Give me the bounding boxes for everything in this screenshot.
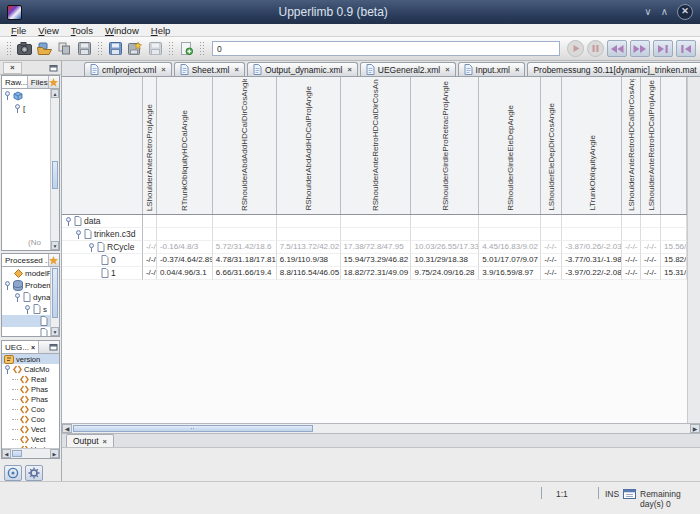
menu-item-view[interactable]: View [32,25,64,36]
table-cell[interactable]: -/-/- [143,267,157,280]
column-header[interactable] [661,77,687,214]
close-icon[interactable]: × [347,65,351,74]
expand-handle-icon[interactable] [88,243,95,252]
tree-node[interactable]: dyna [2,291,50,303]
table-cell[interactable] [562,215,622,228]
tree-node[interactable]: Phas [2,384,59,394]
frame-number-input[interactable] [212,41,560,56]
tree-cell[interactable]: trinken.c3d [62,228,143,241]
tree-node[interactable] [2,89,50,102]
table-cell[interactable] [641,228,661,241]
editor-tab[interactable]: Sheet.xml× [174,62,245,76]
tree-node[interactable]: s [2,303,50,315]
scroll-right-icon[interactable]: ▶ [50,449,59,458]
table-cell[interactable] [479,228,541,241]
table-cell[interactable]: 5.72/31.42/18.6 [213,241,277,254]
table-cell[interactable] [143,228,157,241]
scrollbar-thumb[interactable] [73,425,313,432]
settings-button[interactable] [25,465,43,481]
menu-item-file[interactable]: File [5,25,32,36]
table-cell[interactable]: -/-/- [622,254,641,267]
table-cell[interactable]: 17.38/72.8/47.95 [341,241,412,254]
maximize-icon[interactable]: ∧ [661,7,668,17]
table-cell[interactable]: -3.87/0.26/-2.03 [562,241,622,254]
table-cell[interactable]: 6.19/110.9/38 [277,254,341,267]
menu-item-window[interactable]: Window [99,25,145,36]
table-cell[interactable]: -/-/- [541,241,562,254]
minimize-icon[interactable]: ∨ [644,7,651,17]
scroll-left-icon[interactable]: ◀ [2,449,11,458]
table-row[interactable]: 1-/-/-0.04/4.96/3.16.66/31.66/19.48.8/11… [62,267,687,280]
expand-handle-icon[interactable] [65,217,72,226]
close-icon[interactable]: × [31,344,35,351]
table-cell[interactable]: -/-/- [622,267,641,280]
tree-cell[interactable]: 0 [62,254,143,267]
tree-node[interactable] [2,315,50,327]
pause-button[interactable] [587,40,604,57]
scrollbar[interactable]: ▲ ▼ [50,89,59,250]
table-cell[interactable]: 8.8/116.54/46.05 [277,267,341,280]
close-icon[interactable]: × [103,437,107,446]
scroll-down-icon[interactable]: ▼ [51,241,59,250]
editor-tab[interactable]: Probemessung 30.11[dynamic]_trinken.mat× [527,62,700,76]
table-row[interactable]: 0-/-/--0.37/4.64/2.894.78/31.18/17.816.1… [62,254,687,267]
table-cell[interactable]: 5.01/17.07/9.07 [479,254,541,267]
horizontal-scrollbar[interactable]: ◀ ▶ [62,423,700,434]
tree-node[interactable]: [ [2,102,50,115]
column-header[interactable]: RShoulderGirdleEleDepAngle [479,77,541,214]
table-cell[interactable]: -/-/- [541,254,562,267]
close-icon[interactable]: × [235,65,239,74]
table-cell[interactable] [622,228,641,241]
table-cell[interactable]: -/-/- [641,267,661,280]
column-header[interactable]: RShoulderAbdAddHDCalDirCosAngle [213,77,277,214]
table-cell[interactable] [143,215,157,228]
tree-node[interactable]: Real [2,374,59,384]
table-cell[interactable]: -/-/- [143,254,157,267]
tree-node[interactable]: Vect [2,434,59,444]
save-button[interactable] [74,39,94,58]
column-header[interactable]: LTrunkObliquityAngle [562,77,622,214]
tab-raw[interactable]: Raw... [2,76,28,88]
table-cell[interactable]: -3.97/0.22/-2.08 [562,267,622,280]
tree-node[interactable]: version [2,354,59,364]
table-cell[interactable] [541,228,562,241]
table-cell[interactable]: -/-/- [641,241,661,254]
expand-handle-icon[interactable] [14,104,21,113]
table-cell[interactable] [277,228,341,241]
table-cell[interactable] [213,215,277,228]
editor-tab[interactable]: Input.xml× [458,62,526,76]
table-cell[interactable] [411,215,479,228]
table-cell[interactable] [341,215,412,228]
tree-node[interactable]: Vect [2,424,59,434]
table-cell[interactable]: 10.03/26.55/17.33 [411,241,479,254]
column-header[interactable]: RShoulderAbdAddHDCalProjAngle [277,77,341,214]
menu-item-help[interactable]: Help [145,25,177,36]
toolbar-grip[interactable] [199,41,204,57]
restore-window-icon[interactable] [49,64,58,72]
play-button[interactable] [567,40,584,57]
tree-node[interactable]: Phas [2,394,59,404]
tree-cell[interactable]: 1 [62,267,143,280]
toolbar-grip[interactable] [168,41,173,57]
column-header[interactable]: LShoulderAnteRetroHDCalProjAngle [641,77,661,214]
table-cell[interactable]: -0.37/4.64/2.89 [157,254,213,267]
table-cell[interactable]: 10.31/29/18.38 [411,254,479,267]
wizard-button[interactable] [125,39,145,58]
table-cell[interactable]: 4.45/16.83/9.02 [479,241,541,254]
table-cell[interactable] [661,228,687,241]
tab-processed[interactable]: Processed ... [2,254,49,266]
scroll-left-icon[interactable]: ◀ [62,424,72,433]
table-cell[interactable]: 15.31/2 [661,267,687,280]
table-cell[interactable]: 9.75/24.09/16.28 [411,267,479,280]
table-cell[interactable] [411,228,479,241]
wizard-icon[interactable] [49,256,58,265]
table-cell[interactable] [541,215,562,228]
wizard-icon[interactable] [49,78,58,87]
column-header[interactable]: RShoulderGirdleProRetracProjAngle [411,77,479,214]
table-cell[interactable] [661,215,687,228]
rewind-button[interactable] [607,40,627,57]
tab-ueg[interactable]: UEG... × [2,341,39,353]
close-button[interactable]: ✕ [677,4,693,20]
expand-handle-icon[interactable] [24,305,31,314]
add-frame-button[interactable] [176,39,196,58]
